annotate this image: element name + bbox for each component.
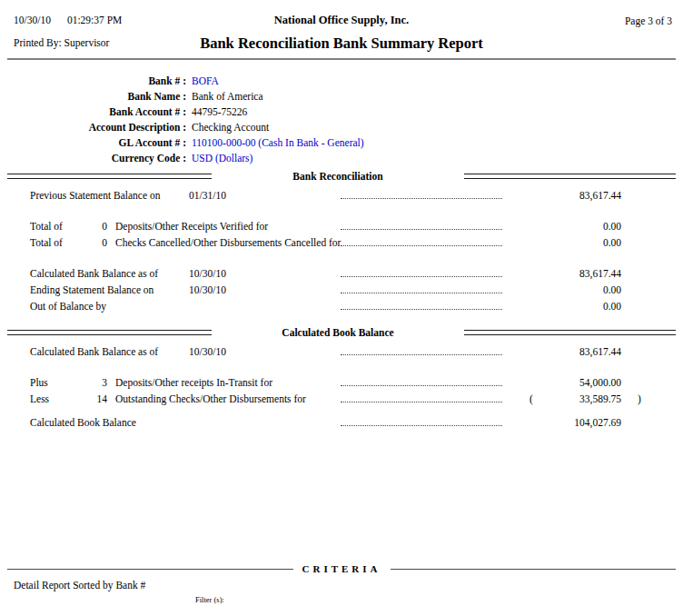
dot-leader <box>341 198 502 199</box>
header-rule <box>7 58 676 60</box>
report-row: Calculated Book Balance104,027.69 <box>7 414 676 431</box>
section-header: Bank Reconciliation <box>7 169 676 184</box>
sorted-by-text: Detail Report Sorted by Bank # <box>14 580 145 591</box>
bank-info-row: Bank Name :Bank of America <box>0 89 683 104</box>
section-title: Bank Reconciliation <box>212 171 464 182</box>
row-amount: 104,027.69 <box>507 414 621 431</box>
paren-close-icon: ) <box>638 391 641 407</box>
report-row: Previous Statement Balance on01/31/1083,… <box>7 187 676 204</box>
row-description: Deposits/Other Receipts Verified for <box>115 218 268 234</box>
double-rule-left <box>7 174 212 179</box>
bank-info-value: Checking Account <box>192 122 269 133</box>
row-count: 14 <box>71 391 107 407</box>
report-row: Calculated Bank Balance as of10/30/1083,… <box>7 265 676 282</box>
filter-block: Filter (s): Bank #: "BOFA " Report Date:… <box>195 576 264 616</box>
row-count: 3 <box>71 374 107 391</box>
criteria-rule-left <box>7 569 293 570</box>
bank-info-label: Account Description : <box>0 120 186 135</box>
dot-leader <box>341 245 502 246</box>
double-rule-right <box>464 330 676 335</box>
dot-leader <box>341 276 502 277</box>
bank-info-row: Bank Account # :44795-75226 <box>0 104 683 120</box>
row-label: Previous Statement Balance on <box>30 187 160 204</box>
bank-info-label: Bank Name : <box>0 89 186 104</box>
bank-info-block: Bank # :BOFABank Name :Bank of AmericaBa… <box>0 74 683 166</box>
row-label: Out of Balance by <box>30 298 106 314</box>
report-title: Bank Reconciliation Bank Summary Report <box>0 35 683 53</box>
row-label: Plus <box>30 374 48 391</box>
row-count: 0 <box>71 234 107 251</box>
bank-info-label: GL Account # : <box>0 135 186 151</box>
dot-leader <box>341 293 502 293</box>
report-row: Out of Balance by0.00 <box>7 298 676 314</box>
filters-label: Filter (s): <box>195 595 264 605</box>
blank-line <box>7 204 676 218</box>
bank-info-value[interactable]: 110100-000-00 (Cash In Bank - General) <box>192 137 364 148</box>
double-rule-left <box>7 330 212 335</box>
bank-info-label: Currency Code : <box>0 151 186 166</box>
row-date: 01/31/10 <box>189 187 226 204</box>
bank-info-value[interactable]: BOFA <box>192 75 219 86</box>
row-amount: 0.00 <box>507 234 621 251</box>
criteria-title: CRITERIA <box>302 563 381 574</box>
bank-info-row: GL Account # :110100-000-00 (Cash In Ban… <box>0 135 683 151</box>
row-amount: 0.00 <box>507 218 621 234</box>
dot-leader <box>341 425 502 426</box>
row-amount: 83,617.44 <box>507 343 621 360</box>
row-date: 10/30/10 <box>189 265 226 282</box>
criteria-rule-right <box>391 569 677 570</box>
row-label: Total of <box>30 218 63 234</box>
report-row: Plus3Deposits/Other receipts In-Transit … <box>7 374 676 391</box>
company-name: National Office Supply, Inc. <box>0 14 683 27</box>
bank-info-label: Bank # : <box>0 74 186 89</box>
bank-info-row: Account Description :Checking Account <box>0 120 683 135</box>
dot-leader <box>341 402 502 402</box>
criteria-divider: CRITERIA <box>7 563 676 574</box>
row-label: Ending Statement Balance on <box>30 282 153 298</box>
row-amount: 54,000.00 <box>507 374 621 391</box>
report-row: Total of0Deposits/Other Receipts Verifie… <box>7 218 676 234</box>
row-date: 10/30/10 <box>189 282 226 298</box>
dot-leader <box>341 229 502 230</box>
row-label: Total of <box>30 234 63 251</box>
row-description: Outstanding Checks/Other Disbursements f… <box>115 391 306 407</box>
row-amount: 0.00 <box>507 298 621 314</box>
double-rule-right <box>464 174 676 179</box>
bank-info-label: Bank Account # : <box>0 104 186 120</box>
bank-info-value[interactable]: USD (Dollars) <box>192 153 252 164</box>
report-row: Total of0Checks Cancelled/Other Disburse… <box>7 234 676 251</box>
row-description: Deposits/Other receipts In-Transit for <box>115 374 272 391</box>
row-count: 0 <box>71 218 107 234</box>
row-amount: 33,589.75 <box>507 391 621 407</box>
row-amount: 83,617.44 <box>507 265 621 282</box>
section-header: Calculated Book Balance <box>7 325 676 340</box>
section-title: Calculated Book Balance <box>212 327 464 338</box>
row-label: Calculated Bank Balance as of <box>30 343 158 360</box>
report-page: 10/30/1001:29:37 PM Printed By: Supervis… <box>0 0 683 616</box>
blank-line <box>7 407 676 414</box>
bank-info-value: 44795-75226 <box>192 106 247 117</box>
blank-line <box>7 251 676 265</box>
row-label: Less <box>30 391 49 407</box>
dot-leader <box>341 354 502 355</box>
row-label: Calculated Bank Balance as of <box>30 265 158 282</box>
blank-line <box>7 360 676 374</box>
row-amount: 0.00 <box>507 282 621 298</box>
report-row: Calculated Bank Balance as of10/30/1083,… <box>7 343 676 360</box>
row-label: Calculated Book Balance <box>30 414 136 431</box>
report-section: Bank ReconciliationPrevious Statement Ba… <box>7 169 676 314</box>
row-date: 10/30/10 <box>189 343 226 360</box>
page-indicator: Page 3 of 3 <box>625 15 672 26</box>
bank-info-row: Bank # :BOFA <box>0 74 683 89</box>
row-amount: 83,617.44 <box>507 187 621 204</box>
report-row: Ending Statement Balance on10/30/100.00 <box>7 282 676 298</box>
dot-leader <box>341 309 502 310</box>
report-section: Calculated Book BalanceCalculated Bank B… <box>7 325 676 431</box>
report-row: Less14Outstanding Checks/Other Disbursem… <box>7 391 676 407</box>
row-description: Checks Cancelled/Other Disbursements Can… <box>115 234 341 251</box>
dot-leader <box>341 385 502 386</box>
bank-info-row: Currency Code :USD (Dollars) <box>0 151 683 166</box>
bank-info-value: Bank of America <box>192 91 263 102</box>
report-sections: Bank ReconciliationPrevious Statement Ba… <box>7 169 676 431</box>
